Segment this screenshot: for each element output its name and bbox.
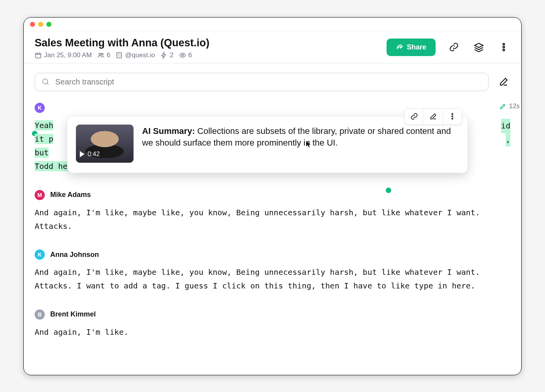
avatar[interactable]: M xyxy=(35,190,45,200)
svg-point-6 xyxy=(503,46,505,48)
play-icon xyxy=(80,151,84,157)
summary-label: AI Summary: xyxy=(142,126,195,136)
app-window: Sales Meeting with Anna (Quest.io) Jan 2… xyxy=(23,17,522,375)
edit-button[interactable] xyxy=(497,75,510,88)
eye-icon xyxy=(179,52,186,59)
svg-point-4 xyxy=(181,54,183,56)
speaker-name: Anna Johnson xyxy=(50,249,99,261)
meta-row: Jan 25, 9:00 AM 6 @quest.io 2 6 xyxy=(35,51,209,59)
maximize-icon[interactable] xyxy=(46,22,51,27)
video-thumbnail[interactable]: 0:42 xyxy=(76,125,134,163)
svg-point-10 xyxy=(452,116,453,117)
link-icon xyxy=(410,113,418,120)
meta-date[interactable]: Jan 25, 9:00 AM xyxy=(35,51,92,59)
meta-participants[interactable]: 6 xyxy=(97,51,110,59)
dots-vertical-icon xyxy=(499,42,509,52)
body: 12s K Yeah id it p , but Todd here is ev… xyxy=(24,63,521,375)
selection-end-handle[interactable] xyxy=(386,188,391,193)
layers-button[interactable] xyxy=(472,40,485,54)
speaker-row: K Anna Johnson xyxy=(35,249,510,261)
layers-icon xyxy=(474,42,484,52)
card-actions xyxy=(404,108,462,125)
svg-point-9 xyxy=(452,113,453,114)
calendar-icon xyxy=(35,52,42,59)
meta-views[interactable]: 6 xyxy=(179,51,192,59)
close-icon[interactable] xyxy=(30,22,35,27)
svg-point-8 xyxy=(43,79,48,84)
speaker-row: B Brent Kimmel xyxy=(35,308,510,321)
share-button[interactable]: Share xyxy=(387,39,436,56)
search-box[interactable] xyxy=(35,73,489,91)
link-button[interactable] xyxy=(447,40,461,54)
building-icon xyxy=(116,52,123,59)
search-icon xyxy=(41,77,50,86)
svg-point-2 xyxy=(101,53,103,55)
speaker-name xyxy=(50,102,52,114)
svg-point-11 xyxy=(452,118,453,119)
minimize-icon[interactable] xyxy=(38,22,43,27)
card-link-button[interactable] xyxy=(405,109,424,124)
titlebar xyxy=(24,18,521,32)
card-more-button[interactable] xyxy=(443,109,462,124)
meta-actions[interactable]: 2 xyxy=(160,51,173,59)
cursor-icon xyxy=(306,140,312,148)
summary-text: AI Summary: Collections are subsets of t… xyxy=(142,125,459,163)
avatar[interactable]: B xyxy=(35,309,45,320)
svg-point-5 xyxy=(503,43,505,45)
page-title: Sales Meeting with Anna (Quest.io) xyxy=(35,37,209,49)
svg-rect-0 xyxy=(35,53,41,58)
users-icon xyxy=(97,52,104,59)
more-button[interactable] xyxy=(497,40,510,54)
avatar[interactable]: K xyxy=(35,103,45,113)
share-arrow-icon xyxy=(396,43,404,51)
svg-point-7 xyxy=(503,49,505,51)
dots-vertical-icon xyxy=(448,113,456,120)
bolt-icon xyxy=(160,52,167,59)
video-time: 0:42 xyxy=(88,149,100,160)
avatar[interactable]: K xyxy=(35,250,45,260)
speaker-row: M Mike Adams xyxy=(35,189,510,201)
meta-org[interactable]: @quest.io xyxy=(116,51,155,59)
transcript: K Yeah id it p , but Todd here is every … xyxy=(35,102,510,339)
edit-icon xyxy=(499,77,509,87)
transcript-text[interactable]: And again, I'm like, maybe like, you kno… xyxy=(35,265,510,293)
ai-summary-card: 0:42 AI Summary: Collections are subsets… xyxy=(67,117,468,173)
transcript-text[interactable]: And again, I'm like. xyxy=(35,325,510,339)
svg-point-1 xyxy=(99,53,101,55)
svg-rect-3 xyxy=(117,53,121,58)
speaker-name: Brent Kimmel xyxy=(50,308,96,321)
link-icon xyxy=(449,42,459,52)
transcript-text[interactable]: And again, I'm like, maybe like, you kno… xyxy=(35,206,510,233)
speaker-name: Mike Adams xyxy=(50,189,91,201)
header: Sales Meeting with Anna (Quest.io) Jan 2… xyxy=(24,32,521,63)
search-input[interactable] xyxy=(54,77,482,87)
card-edit-button[interactable] xyxy=(424,109,443,124)
edit-icon xyxy=(429,113,437,120)
